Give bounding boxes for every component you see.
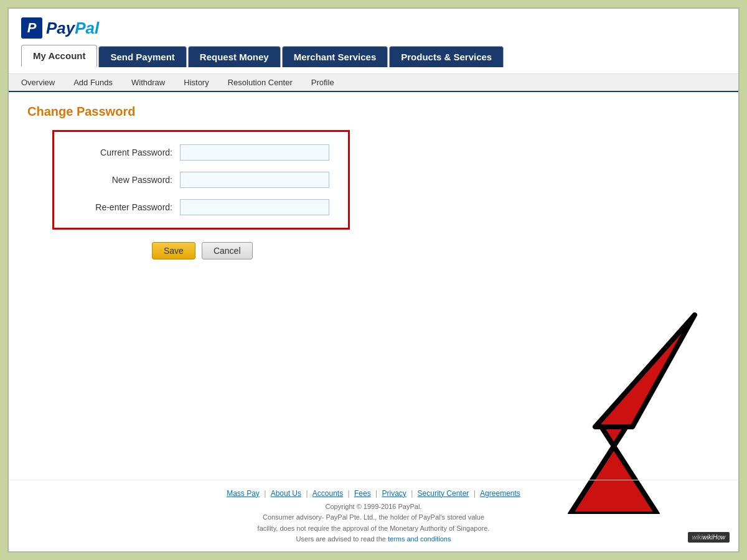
reenter-password-row: Re-enter Password: bbox=[73, 199, 329, 215]
tab-merchant-services[interactable]: Merchant Services bbox=[282, 46, 388, 67]
subnav-withdraw[interactable]: Withdraw bbox=[131, 78, 165, 87]
footer-link-fees[interactable]: Fees bbox=[354, 489, 371, 498]
new-password-input[interactable] bbox=[180, 172, 329, 188]
subnav-add-funds[interactable]: Add Funds bbox=[73, 78, 113, 87]
page-title: Change Password bbox=[27, 105, 720, 119]
logo-area: P PayPal bbox=[21, 17, 726, 39]
footer-link-mass-pay[interactable]: Mass Pay bbox=[227, 489, 260, 498]
subnav-profile[interactable]: Profile bbox=[311, 78, 334, 87]
paypal-logo-icon: P bbox=[21, 17, 42, 39]
main-content: Change Password Current Password: New Pa… bbox=[9, 92, 738, 272]
footer-link-about-us[interactable]: About Us bbox=[271, 489, 301, 498]
footer-links: Mass Pay | About Us | Accounts | Fees | … bbox=[21, 489, 726, 498]
paypal-logo-text: PayPal bbox=[46, 19, 99, 38]
save-button[interactable]: Save bbox=[152, 242, 195, 259]
header: P PayPal My Account Send Payment Request… bbox=[9, 9, 738, 74]
current-password-label: Current Password: bbox=[73, 147, 172, 157]
reenter-password-input[interactable] bbox=[180, 199, 329, 215]
tab-send-payment[interactable]: Send Payment bbox=[98, 46, 186, 67]
new-password-row: New Password: bbox=[73, 172, 329, 188]
tab-products-services[interactable]: Products & Services bbox=[389, 46, 504, 67]
footer-link-privacy[interactable]: Privacy bbox=[382, 489, 406, 498]
button-row: Save Cancel bbox=[152, 242, 720, 259]
wikihow-badge: wikiwikiHow bbox=[688, 532, 730, 543]
change-password-form: Current Password: New Password: Re-enter… bbox=[52, 130, 350, 230]
tab-my-account[interactable]: My Account bbox=[21, 45, 97, 67]
footer-copyright: Copyright © 1999-2016 PayPal. Consumer a… bbox=[21, 502, 726, 545]
subnav-overview[interactable]: Overview bbox=[21, 78, 55, 87]
footer-link-security[interactable]: Security Center bbox=[418, 489, 469, 498]
reenter-password-label: Re-enter Password: bbox=[73, 202, 172, 212]
main-frame: P PayPal My Account Send Payment Request… bbox=[7, 7, 740, 553]
cancel-button[interactable]: Cancel bbox=[202, 242, 253, 259]
new-password-label: New Password: bbox=[73, 175, 172, 185]
subnav-resolution-center[interactable]: Resolution Center bbox=[228, 78, 293, 87]
current-password-input[interactable] bbox=[180, 144, 329, 161]
footer-link-accounts[interactable]: Accounts bbox=[312, 489, 343, 498]
footer: Mass Pay | About Us | Accounts | Fees | … bbox=[9, 480, 738, 551]
sub-nav: Overview Add Funds Withdraw History Reso… bbox=[9, 74, 738, 92]
tab-request-money[interactable]: Request Money bbox=[188, 46, 281, 67]
subnav-history[interactable]: History bbox=[184, 78, 209, 87]
footer-terms-link[interactable]: terms and conditions bbox=[388, 535, 451, 543]
footer-link-agreements[interactable]: Agreements bbox=[480, 489, 520, 498]
current-password-row: Current Password: bbox=[73, 144, 329, 161]
main-nav: My Account Send Payment Request Money Me… bbox=[21, 45, 726, 67]
